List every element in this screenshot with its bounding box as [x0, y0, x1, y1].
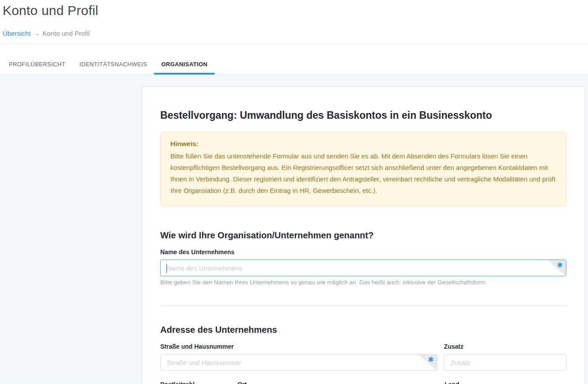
addition-field	[444, 354, 566, 371]
company-name-hint: Bitte geben Sie den Namen Ihres Unterneh…	[160, 279, 566, 286]
addition-input[interactable]	[445, 354, 566, 370]
notice-box: Hinweis: Bitte füllen Sie das untenstehe…	[160, 132, 566, 206]
street-field: ✱	[160, 354, 437, 371]
required-asterisk-icon: ✱	[557, 262, 563, 269]
tab-organisation[interactable]: ORGANISATION	[154, 61, 215, 74]
breadcrumb-link-uebersicht[interactable]: Übersicht	[3, 30, 30, 37]
required-asterisk-icon: ✱	[428, 356, 433, 363]
page-header: Konto und Profil Übersicht→Konto und Pro…	[0, 0, 588, 44]
form-title: Bestellvorgang: Umwandlung des Basiskont…	[160, 109, 566, 121]
postcode-city-labels: Postleitzahl Ort	[160, 381, 438, 384]
notice-body: Bitte füllen Sie das untenstehende Formu…	[170, 151, 556, 196]
notice-heading: Hinweis:	[170, 140, 556, 148]
tab-identitaetsnachweis[interactable]: IDENTITÄTSNACHWEIS	[72, 61, 154, 74]
address-row-1: Straße und Hausnummer ✱ Zusatz	[160, 343, 566, 371]
city-label: Ort	[237, 381, 438, 384]
street-label: Straße und Hausnummer	[160, 343, 437, 350]
section-company-name-heading: Wie wird Ihre Organisation/Unternehmen g…	[160, 230, 566, 241]
company-name-input[interactable]	[161, 260, 566, 276]
postcode-city-group: Postleitzahl Ort ✱ ✱	[160, 381, 438, 384]
section-address-heading: Adresse des Unternehmens	[160, 325, 566, 335]
company-name-field: ✱	[160, 260, 566, 276]
breadcrumb-current: Konto und Profil	[42, 30, 90, 37]
postcode-label: Postleitzahl	[160, 381, 232, 384]
street-field-group: Straße und Hausnummer ✱	[160, 343, 437, 371]
breadcrumb: Übersicht→Konto und Profil	[3, 30, 588, 37]
country-field-group: Land	[445, 381, 566, 384]
addition-label: Zusatz	[444, 343, 566, 350]
breadcrumb-separator: →	[33, 30, 40, 37]
section-address: Adresse des Unternehmens Straße und Haus…	[160, 325, 566, 384]
company-name-label: Name des Unternehmens	[160, 248, 566, 256]
tab-bar: PROFILÜBERSICHT IDENTITÄTSNACHWEIS ORGAN…	[0, 44, 588, 75]
street-input[interactable]	[161, 354, 437, 370]
addition-field-group: Zusatz	[444, 343, 566, 371]
content-background: Bestellvorgang: Umwandlung des Basiskont…	[0, 75, 588, 384]
tab-profiluebersicht[interactable]: PROFILÜBERSICHT	[2, 61, 72, 74]
country-label: Land	[445, 381, 566, 384]
address-row-2: Postleitzahl Ort ✱ ✱	[160, 381, 566, 384]
page-title: Konto und Profil	[3, 2, 588, 19]
text-caret	[166, 264, 167, 273]
section-divider	[160, 305, 566, 306]
section-company-name: Wie wird Ihre Organisation/Unternehmen g…	[160, 230, 566, 286]
organisation-form-card: Bestellvorgang: Umwandlung des Basiskont…	[141, 86, 585, 384]
